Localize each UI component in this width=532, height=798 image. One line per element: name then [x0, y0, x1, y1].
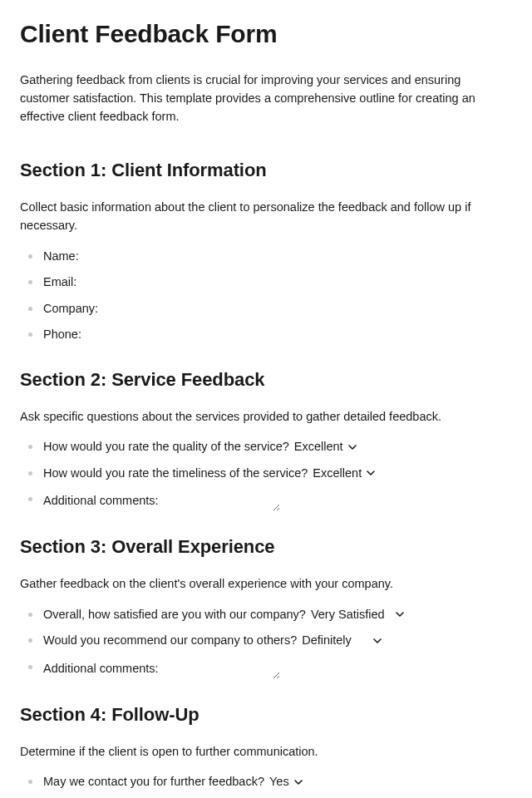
section-4-list: May we contact you for further feedback?…: [20, 772, 512, 791]
phone-field[interactable]: [85, 325, 218, 343]
question-timeliness: How would you rate the timeliness of the…: [43, 464, 308, 482]
section-1-desc: Collect basic information about the clie…: [20, 198, 512, 235]
list-item: Phone:: [27, 325, 512, 343]
section-3-list: Overall, how satisfied are you with our …: [20, 605, 512, 679]
list-item: Additional comments:: [27, 490, 512, 511]
quality-select[interactable]: Excellent: [293, 437, 358, 456]
comments-textarea[interactable]: [164, 490, 280, 511]
company-field[interactable]: [101, 299, 234, 318]
question-satisfied: Overall, how satisfied are you with our …: [43, 605, 306, 623]
comments-label: Additional comments:: [43, 491, 159, 510]
list-item: How would you rate the timeliness of the…: [27, 464, 512, 482]
contact-select[interactable]: Yes: [268, 772, 304, 791]
list-item: Additional comments:: [27, 658, 512, 679]
list-item: Name:: [27, 247, 512, 265]
section-1-list: Name: Email: Company: Phone:: [20, 247, 512, 344]
section-1-heading: Section 1: Client Information: [20, 156, 512, 185]
question-contact: May we contact you for further feedback?: [43, 772, 264, 791]
field-label-phone: Phone:: [43, 325, 81, 343]
section-3-desc: Gather feedback on the client's overall …: [20, 574, 512, 593]
email-field[interactable]: [80, 273, 213, 291]
list-item: Would you recommend our company to other…: [27, 631, 512, 649]
satisfied-select[interactable]: Very Satisfied: [309, 605, 406, 623]
question-recommend: Would you recommend our company to other…: [43, 631, 297, 649]
name-field[interactable]: [82, 247, 215, 265]
comments-textarea[interactable]: [164, 658, 280, 679]
field-label-name: Name:: [43, 247, 79, 265]
section-3-heading: Section 3: Overall Experience: [20, 533, 512, 561]
section-4-desc: Determine if the client is open to furth…: [20, 742, 512, 761]
section-2-heading: Section 2: Service Feedback: [20, 366, 512, 394]
intro-text: Gathering feedback from clients is cruci…: [20, 71, 512, 126]
list-item: May we contact you for further feedback?…: [27, 772, 512, 791]
list-item: Email:: [27, 273, 512, 291]
list-item: Overall, how satisfied are you with our …: [27, 605, 512, 623]
page-title: Client Feedback Form: [20, 15, 512, 54]
comments-label: Additional comments:: [43, 659, 159, 677]
section-2-list: How would you rate the quality of the se…: [20, 437, 512, 511]
timeliness-select[interactable]: Excellent: [311, 464, 377, 482]
list-item: How would you rate the quality of the se…: [27, 437, 512, 456]
question-quality: How would you rate the quality of the se…: [43, 437, 289, 456]
field-label-company: Company:: [43, 299, 98, 318]
section-4-heading: Section 4: Follow-Up: [20, 701, 512, 729]
field-label-email: Email:: [43, 273, 76, 291]
section-2-desc: Ask specific questions about the service…: [20, 407, 512, 426]
recommend-select[interactable]: Definitely: [300, 631, 383, 649]
list-item: Company:: [27, 299, 512, 318]
